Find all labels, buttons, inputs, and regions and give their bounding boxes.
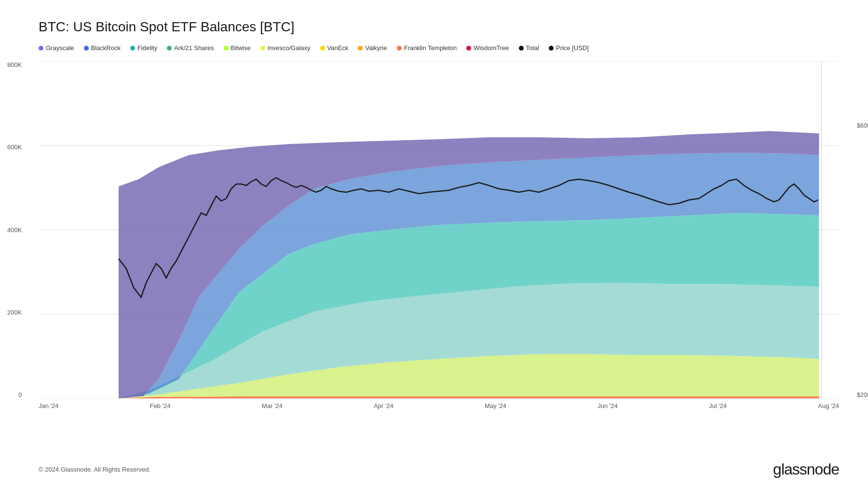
chart-title: BTC: US Bitcoin Spot ETF Balances [BTC] (39, 19, 839, 35)
y-label-600k: 600K (7, 144, 22, 151)
x-label-aug24: Aug '24 (818, 402, 839, 409)
y-right-20k: $20k (853, 391, 868, 398)
legend-item-valkyrie: Valkyrie (358, 44, 387, 52)
x-label-apr24: Apr '24 (374, 402, 393, 409)
area-bottom-tiny (119, 396, 819, 398)
y-label-800k: 800K (7, 61, 22, 68)
x-label-jul24: Jul '24 (709, 402, 727, 409)
x-label-may24: May '24 (485, 402, 506, 409)
y-right-60k: $60k (853, 122, 868, 129)
y-label-400k: 400K (7, 226, 22, 234)
legend-item-franklin: Franklin Templeton (397, 44, 457, 52)
footer: © 2024 Glassnode. All Rights Reserved. g… (39, 461, 839, 478)
legend-item-grayscale: Grayscale (39, 44, 74, 52)
legend-item-total: Total (519, 44, 539, 52)
chart-area: 0 200K 400K 600K 800K $20k $60k (39, 61, 839, 398)
y-axis-right: $20k $60k (853, 61, 868, 398)
legend-item-bitwise: Bitwise (224, 44, 251, 52)
x-label-jan24: Jan '24 (39, 402, 59, 409)
brand-logo: glassnode (773, 461, 839, 478)
x-axis: Jan '24 Feb '24 Mar '24 Apr '24 May '24 … (39, 402, 839, 409)
legend-item-ark: Ark/21 Shares (167, 44, 214, 52)
copyright-text: © 2024 Glassnode. All Rights Reserved. (39, 466, 150, 473)
legend-item-blackrock: BlackRock (84, 44, 121, 52)
x-label-feb24: Feb '24 (150, 402, 171, 409)
y-label-200k: 200K (7, 309, 22, 316)
legend-item-wisdomtree: WisdomTree (466, 44, 509, 52)
legend-item-fidelity: Fidelity (130, 44, 157, 52)
y-axis-left: 0 200K 400K 600K 800K (7, 61, 22, 398)
chart-svg (39, 61, 839, 398)
x-label-jun24: Jun '24 (597, 402, 618, 409)
x-label-mar24: Mar '24 (262, 402, 283, 409)
legend-item-vaneck: VanEck (320, 44, 349, 52)
legend-item-invesco: Invesco/Galaxy (260, 44, 311, 52)
legend-item-price: Price [USD] (549, 44, 589, 52)
y-label-0: 0 (7, 391, 22, 398)
chart-legend: Grayscale BlackRock Fidelity Ark/21 Shar… (39, 44, 839, 52)
